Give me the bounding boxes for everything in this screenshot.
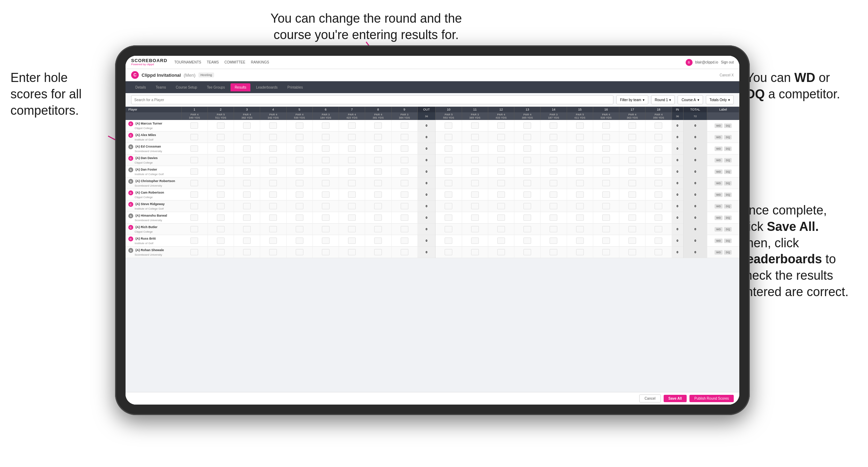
score-input-hole-10-row-6[interactable] xyxy=(445,191,452,198)
score-input-hole-17-row-3[interactable] xyxy=(628,157,636,163)
score-input-hole-8-row-6[interactable] xyxy=(374,191,382,198)
score-input-hole-6-row-11[interactable] xyxy=(322,249,330,255)
score-input-hole-10-row-0[interactable] xyxy=(445,122,452,129)
score-input-hole-14-row-3[interactable] xyxy=(550,157,557,163)
dq-button-row-11[interactable]: DQ xyxy=(724,250,732,255)
score-input-hole-16-row-4[interactable] xyxy=(602,168,610,175)
score-input-hole-5-row-10[interactable] xyxy=(296,238,303,244)
score-input-hole-12-row-9[interactable] xyxy=(497,226,505,232)
score-input-hole-18-row-0[interactable] xyxy=(655,122,662,129)
score-input-hole-2-row-3[interactable] xyxy=(217,157,225,163)
score-input-hole-6-row-2[interactable] xyxy=(322,145,330,152)
score-input-hole-17-row-10[interactable] xyxy=(628,238,636,244)
dq-button-row-7[interactable]: DQ xyxy=(724,204,732,209)
score-input-hole-12-row-6[interactable] xyxy=(497,191,505,198)
score-input-hole-10-row-8[interactable] xyxy=(445,214,452,221)
score-input-hole-3-row-0[interactable] xyxy=(243,122,251,129)
score-input-hole-15-row-10[interactable] xyxy=(576,238,584,244)
score-input-hole-14-row-0[interactable] xyxy=(550,122,557,129)
score-input-hole-9-row-1[interactable] xyxy=(401,134,408,140)
score-input-hole-12-row-10[interactable] xyxy=(497,238,505,244)
score-input-hole-9-row-4[interactable] xyxy=(401,168,408,175)
score-input-hole-11-row-1[interactable] xyxy=(471,134,479,140)
nav-link-tournaments[interactable]: TOURNAMENTS xyxy=(174,60,201,64)
dq-button-row-5[interactable]: DQ xyxy=(724,181,732,186)
dq-button-row-0[interactable]: DQ xyxy=(724,123,732,128)
score-input-hole-7-row-3[interactable] xyxy=(348,157,356,163)
score-input-hole-17-row-4[interactable] xyxy=(628,168,636,175)
score-input-hole-18-row-9[interactable] xyxy=(655,226,662,232)
score-input-hole-14-row-8[interactable] xyxy=(550,214,557,221)
score-input-hole-6-row-9[interactable] xyxy=(322,226,330,232)
score-input-hole-16-row-1[interactable] xyxy=(602,134,610,140)
score-input-hole-5-row-7[interactable] xyxy=(296,203,303,209)
score-input-hole-7-row-4[interactable] xyxy=(348,168,356,175)
score-input-hole-6-row-8[interactable] xyxy=(322,214,330,221)
wd-button-row-5[interactable]: WD xyxy=(715,181,723,186)
score-input-hole-10-row-1[interactable] xyxy=(445,134,452,140)
save-all-button[interactable]: Save All xyxy=(664,395,687,402)
score-input-hole-4-row-10[interactable] xyxy=(269,238,277,244)
score-input-hole-7-row-8[interactable] xyxy=(348,214,356,221)
score-input-hole-18-row-11[interactable] xyxy=(655,249,662,255)
score-input-hole-16-row-5[interactable] xyxy=(602,180,610,186)
dq-button-row-10[interactable]: DQ xyxy=(724,239,732,243)
score-input-hole-13-row-11[interactable] xyxy=(523,249,531,255)
dq-button-row-4[interactable]: DQ xyxy=(724,170,732,174)
nav-link-committee[interactable]: COMMITTEE xyxy=(224,60,245,64)
score-input-hole-3-row-10[interactable] xyxy=(243,238,251,244)
score-input-hole-14-row-10[interactable] xyxy=(550,238,557,244)
score-input-hole-11-row-7[interactable] xyxy=(471,203,479,209)
tab-results[interactable]: Results xyxy=(231,83,250,91)
score-input-hole-12-row-8[interactable] xyxy=(497,214,505,221)
score-input-hole-13-row-3[interactable] xyxy=(523,157,531,163)
score-input-hole-15-row-9[interactable] xyxy=(576,226,584,232)
score-input-hole-1-row-1[interactable] xyxy=(190,134,198,140)
score-input-hole-4-row-3[interactable] xyxy=(269,157,277,163)
score-input-hole-3-row-1[interactable] xyxy=(243,134,251,140)
wd-button-row-8[interactable]: WD xyxy=(715,216,723,220)
score-input-hole-13-row-4[interactable] xyxy=(523,168,531,175)
score-input-hole-14-row-2[interactable] xyxy=(550,145,557,152)
score-input-hole-13-row-9[interactable] xyxy=(523,226,531,232)
score-input-hole-11-row-6[interactable] xyxy=(471,191,479,198)
score-input-hole-2-row-11[interactable] xyxy=(217,249,225,255)
score-input-hole-5-row-4[interactable] xyxy=(296,168,303,175)
score-input-hole-16-row-11[interactable] xyxy=(602,249,610,255)
score-input-hole-12-row-11[interactable] xyxy=(497,249,505,255)
score-input-hole-7-row-2[interactable] xyxy=(348,145,356,152)
tab-teams[interactable]: Teams xyxy=(152,83,170,91)
score-input-hole-1-row-6[interactable] xyxy=(190,191,198,198)
score-input-hole-1-row-0[interactable] xyxy=(190,122,198,129)
score-input-hole-9-row-10[interactable] xyxy=(401,238,408,244)
score-input-hole-11-row-8[interactable] xyxy=(471,214,479,221)
score-input-hole-15-row-7[interactable] xyxy=(576,203,584,209)
dq-button-row-9[interactable]: DQ xyxy=(724,227,732,232)
score-input-hole-1-row-10[interactable] xyxy=(190,238,198,244)
score-input-hole-18-row-5[interactable] xyxy=(655,180,662,186)
score-input-hole-17-row-1[interactable] xyxy=(628,134,636,140)
dq-button-row-6[interactable]: DQ xyxy=(724,193,732,197)
score-input-hole-16-row-2[interactable] xyxy=(602,145,610,152)
score-input-hole-6-row-0[interactable] xyxy=(322,122,330,129)
score-input-hole-9-row-6[interactable] xyxy=(401,191,408,198)
dq-button-row-2[interactable]: DQ xyxy=(724,146,732,151)
score-input-hole-13-row-7[interactable] xyxy=(523,203,531,209)
score-input-hole-3-row-3[interactable] xyxy=(243,157,251,163)
wd-button-row-3[interactable]: WD xyxy=(715,158,723,163)
score-input-hole-15-row-0[interactable] xyxy=(576,122,584,129)
score-input-hole-12-row-2[interactable] xyxy=(497,145,505,152)
score-input-hole-8-row-7[interactable] xyxy=(374,203,382,209)
score-input-hole-5-row-11[interactable] xyxy=(296,249,303,255)
score-input-hole-10-row-7[interactable] xyxy=(445,203,452,209)
score-input-hole-2-row-5[interactable] xyxy=(217,180,225,186)
score-input-hole-9-row-11[interactable] xyxy=(401,249,408,255)
score-input-hole-18-row-3[interactable] xyxy=(655,157,662,163)
score-input-hole-18-row-8[interactable] xyxy=(655,214,662,221)
score-input-hole-4-row-5[interactable] xyxy=(269,180,277,186)
score-input-hole-1-row-9[interactable] xyxy=(190,226,198,232)
score-input-hole-7-row-10[interactable] xyxy=(348,238,356,244)
score-input-hole-1-row-5[interactable] xyxy=(190,180,198,186)
score-input-hole-9-row-7[interactable] xyxy=(401,203,408,209)
tab-course-setup[interactable]: Course Setup xyxy=(172,83,201,91)
